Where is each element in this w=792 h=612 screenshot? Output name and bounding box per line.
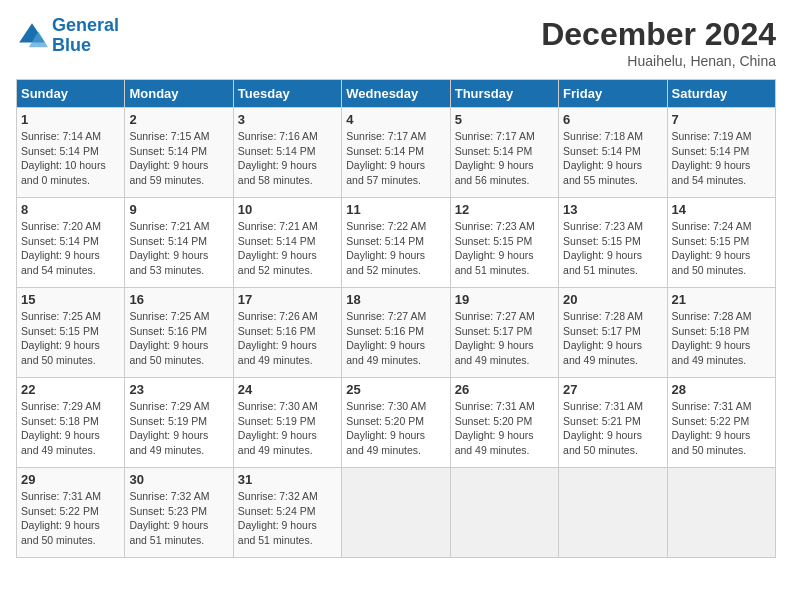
logo-icon — [16, 20, 48, 52]
calendar-cell: 29Sunrise: 7:31 AM Sunset: 5:22 PM Dayli… — [17, 468, 125, 558]
month-title: December 2024 — [541, 16, 776, 53]
day-info: Sunrise: 7:16 AM Sunset: 5:14 PM Dayligh… — [238, 129, 337, 188]
calendar-cell: 22Sunrise: 7:29 AM Sunset: 5:18 PM Dayli… — [17, 378, 125, 468]
calendar-cell — [559, 468, 667, 558]
day-header-saturday: Saturday — [667, 80, 775, 108]
day-number: 19 — [455, 292, 554, 307]
day-info: Sunrise: 7:30 AM Sunset: 5:19 PM Dayligh… — [238, 399, 337, 458]
day-info: Sunrise: 7:29 AM Sunset: 5:18 PM Dayligh… — [21, 399, 120, 458]
day-info: Sunrise: 7:28 AM Sunset: 5:17 PM Dayligh… — [563, 309, 662, 368]
day-number: 8 — [21, 202, 120, 217]
calendar-cell: 5Sunrise: 7:17 AM Sunset: 5:14 PM Daylig… — [450, 108, 558, 198]
day-number: 12 — [455, 202, 554, 217]
day-info: Sunrise: 7:31 AM Sunset: 5:22 PM Dayligh… — [672, 399, 771, 458]
day-info: Sunrise: 7:32 AM Sunset: 5:24 PM Dayligh… — [238, 489, 337, 548]
day-number: 2 — [129, 112, 228, 127]
calendar-cell: 3Sunrise: 7:16 AM Sunset: 5:14 PM Daylig… — [233, 108, 341, 198]
day-header-tuesday: Tuesday — [233, 80, 341, 108]
calendar-week-row: 29Sunrise: 7:31 AM Sunset: 5:22 PM Dayli… — [17, 468, 776, 558]
calendar-cell — [667, 468, 775, 558]
calendar-cell: 19Sunrise: 7:27 AM Sunset: 5:17 PM Dayli… — [450, 288, 558, 378]
day-header-friday: Friday — [559, 80, 667, 108]
calendar-cell: 31Sunrise: 7:32 AM Sunset: 5:24 PM Dayli… — [233, 468, 341, 558]
day-info: Sunrise: 7:20 AM Sunset: 5:14 PM Dayligh… — [21, 219, 120, 278]
calendar-cell: 25Sunrise: 7:30 AM Sunset: 5:20 PM Dayli… — [342, 378, 450, 468]
day-info: Sunrise: 7:23 AM Sunset: 5:15 PM Dayligh… — [563, 219, 662, 278]
day-info: Sunrise: 7:31 AM Sunset: 5:20 PM Dayligh… — [455, 399, 554, 458]
calendar-cell: 16Sunrise: 7:25 AM Sunset: 5:16 PM Dayli… — [125, 288, 233, 378]
day-info: Sunrise: 7:29 AM Sunset: 5:19 PM Dayligh… — [129, 399, 228, 458]
day-number: 26 — [455, 382, 554, 397]
day-number: 16 — [129, 292, 228, 307]
day-info: Sunrise: 7:32 AM Sunset: 5:23 PM Dayligh… — [129, 489, 228, 548]
day-number: 29 — [21, 472, 120, 487]
calendar-week-row: 22Sunrise: 7:29 AM Sunset: 5:18 PM Dayli… — [17, 378, 776, 468]
calendar-week-row: 15Sunrise: 7:25 AM Sunset: 5:15 PM Dayli… — [17, 288, 776, 378]
calendar-cell: 21Sunrise: 7:28 AM Sunset: 5:18 PM Dayli… — [667, 288, 775, 378]
day-number: 11 — [346, 202, 445, 217]
day-number: 14 — [672, 202, 771, 217]
day-header-thursday: Thursday — [450, 80, 558, 108]
day-number: 30 — [129, 472, 228, 487]
day-info: Sunrise: 7:18 AM Sunset: 5:14 PM Dayligh… — [563, 129, 662, 188]
calendar-cell: 24Sunrise: 7:30 AM Sunset: 5:19 PM Dayli… — [233, 378, 341, 468]
day-number: 3 — [238, 112, 337, 127]
day-info: Sunrise: 7:28 AM Sunset: 5:18 PM Dayligh… — [672, 309, 771, 368]
page-header: General Blue December 2024 Huaihelu, Hen… — [16, 16, 776, 69]
day-number: 27 — [563, 382, 662, 397]
day-number: 28 — [672, 382, 771, 397]
title-block: December 2024 Huaihelu, Henan, China — [541, 16, 776, 69]
day-info: Sunrise: 7:25 AM Sunset: 5:16 PM Dayligh… — [129, 309, 228, 368]
calendar-cell: 4Sunrise: 7:17 AM Sunset: 5:14 PM Daylig… — [342, 108, 450, 198]
calendar-cell: 2Sunrise: 7:15 AM Sunset: 5:14 PM Daylig… — [125, 108, 233, 198]
day-info: Sunrise: 7:21 AM Sunset: 5:14 PM Dayligh… — [129, 219, 228, 278]
day-info: Sunrise: 7:17 AM Sunset: 5:14 PM Dayligh… — [455, 129, 554, 188]
day-info: Sunrise: 7:27 AM Sunset: 5:17 PM Dayligh… — [455, 309, 554, 368]
day-info: Sunrise: 7:31 AM Sunset: 5:22 PM Dayligh… — [21, 489, 120, 548]
calendar-cell: 20Sunrise: 7:28 AM Sunset: 5:17 PM Dayli… — [559, 288, 667, 378]
calendar-week-row: 8Sunrise: 7:20 AM Sunset: 5:14 PM Daylig… — [17, 198, 776, 288]
day-header-monday: Monday — [125, 80, 233, 108]
calendar-cell: 11Sunrise: 7:22 AM Sunset: 5:14 PM Dayli… — [342, 198, 450, 288]
calendar-cell: 17Sunrise: 7:26 AM Sunset: 5:16 PM Dayli… — [233, 288, 341, 378]
calendar-cell: 13Sunrise: 7:23 AM Sunset: 5:15 PM Dayli… — [559, 198, 667, 288]
calendar-cell: 10Sunrise: 7:21 AM Sunset: 5:14 PM Dayli… — [233, 198, 341, 288]
day-info: Sunrise: 7:22 AM Sunset: 5:14 PM Dayligh… — [346, 219, 445, 278]
calendar-cell: 1Sunrise: 7:14 AM Sunset: 5:14 PM Daylig… — [17, 108, 125, 198]
calendar-cell: 27Sunrise: 7:31 AM Sunset: 5:21 PM Dayli… — [559, 378, 667, 468]
calendar-cell: 15Sunrise: 7:25 AM Sunset: 5:15 PM Dayli… — [17, 288, 125, 378]
calendar-cell: 7Sunrise: 7:19 AM Sunset: 5:14 PM Daylig… — [667, 108, 775, 198]
day-info: Sunrise: 7:23 AM Sunset: 5:15 PM Dayligh… — [455, 219, 554, 278]
day-info: Sunrise: 7:25 AM Sunset: 5:15 PM Dayligh… — [21, 309, 120, 368]
calendar-cell: 12Sunrise: 7:23 AM Sunset: 5:15 PM Dayli… — [450, 198, 558, 288]
day-info: Sunrise: 7:31 AM Sunset: 5:21 PM Dayligh… — [563, 399, 662, 458]
day-info: Sunrise: 7:26 AM Sunset: 5:16 PM Dayligh… — [238, 309, 337, 368]
logo: General Blue — [16, 16, 119, 56]
logo-text: General Blue — [52, 16, 119, 56]
day-number: 6 — [563, 112, 662, 127]
calendar-table: SundayMondayTuesdayWednesdayThursdayFrid… — [16, 79, 776, 558]
day-number: 23 — [129, 382, 228, 397]
day-number: 7 — [672, 112, 771, 127]
day-number: 21 — [672, 292, 771, 307]
day-info: Sunrise: 7:30 AM Sunset: 5:20 PM Dayligh… — [346, 399, 445, 458]
day-number: 4 — [346, 112, 445, 127]
calendar-cell: 28Sunrise: 7:31 AM Sunset: 5:22 PM Dayli… — [667, 378, 775, 468]
calendar-cell: 8Sunrise: 7:20 AM Sunset: 5:14 PM Daylig… — [17, 198, 125, 288]
day-number: 25 — [346, 382, 445, 397]
calendar-week-row: 1Sunrise: 7:14 AM Sunset: 5:14 PM Daylig… — [17, 108, 776, 198]
day-info: Sunrise: 7:17 AM Sunset: 5:14 PM Dayligh… — [346, 129, 445, 188]
day-number: 10 — [238, 202, 337, 217]
calendar-cell: 6Sunrise: 7:18 AM Sunset: 5:14 PM Daylig… — [559, 108, 667, 198]
day-info: Sunrise: 7:19 AM Sunset: 5:14 PM Dayligh… — [672, 129, 771, 188]
calendar-cell: 9Sunrise: 7:21 AM Sunset: 5:14 PM Daylig… — [125, 198, 233, 288]
calendar-cell: 14Sunrise: 7:24 AM Sunset: 5:15 PM Dayli… — [667, 198, 775, 288]
day-number: 5 — [455, 112, 554, 127]
day-number: 24 — [238, 382, 337, 397]
location-subtitle: Huaihelu, Henan, China — [541, 53, 776, 69]
calendar-cell — [342, 468, 450, 558]
calendar-cell: 26Sunrise: 7:31 AM Sunset: 5:20 PM Dayli… — [450, 378, 558, 468]
day-number: 15 — [21, 292, 120, 307]
day-info: Sunrise: 7:15 AM Sunset: 5:14 PM Dayligh… — [129, 129, 228, 188]
calendar-cell: 18Sunrise: 7:27 AM Sunset: 5:16 PM Dayli… — [342, 288, 450, 378]
